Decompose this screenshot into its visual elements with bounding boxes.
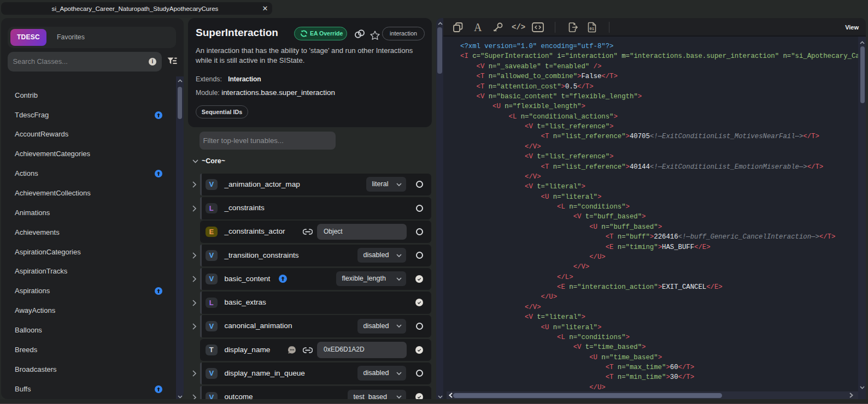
svg-text:01: 01 [590, 27, 594, 31]
